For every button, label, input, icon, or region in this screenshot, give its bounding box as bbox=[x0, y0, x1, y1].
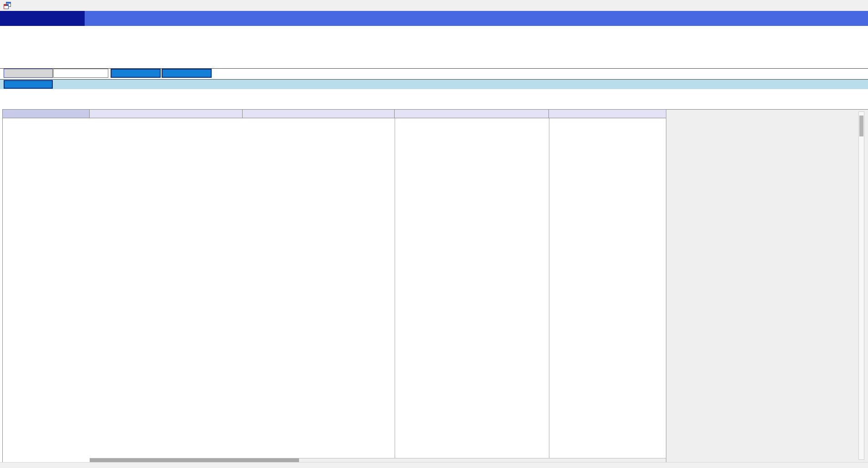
maximize-button[interactable] bbox=[826, 0, 847, 11]
dispatch-grid bbox=[2, 109, 666, 462]
dispatch-date-input[interactable] bbox=[53, 69, 108, 78]
horizontal-scrollbar-thumb[interactable] bbox=[90, 458, 299, 462]
column-separator bbox=[549, 118, 549, 461]
grid-header-extra bbox=[549, 110, 666, 118]
function-key-bar bbox=[0, 26, 868, 68]
horizontal-scrollbar[interactable] bbox=[90, 458, 666, 462]
grid-header-col3 bbox=[395, 110, 549, 118]
settings-bar bbox=[0, 79, 868, 89]
status-bar bbox=[0, 462, 868, 468]
prev-day-button[interactable] bbox=[111, 69, 161, 78]
vertical-scrollbar[interactable] bbox=[858, 111, 864, 460]
title-bar bbox=[0, 0, 868, 11]
grid-header-col1 bbox=[90, 110, 243, 118]
vertical-scrollbar-thumb[interactable] bbox=[859, 116, 863, 136]
dispatch-date-label bbox=[4, 69, 53, 78]
minimize-button[interactable] bbox=[802, 0, 823, 11]
right-empty-panel bbox=[666, 109, 868, 462]
app-header bbox=[0, 11, 868, 26]
settings-button[interactable] bbox=[4, 80, 53, 89]
next-day-button[interactable] bbox=[162, 69, 212, 78]
column-separator bbox=[395, 118, 395, 461]
grid-header-corner bbox=[3, 110, 90, 118]
close-button[interactable] bbox=[850, 0, 868, 11]
grid-header-col2 bbox=[243, 110, 395, 118]
back-to-menu-button[interactable] bbox=[0, 11, 85, 26]
day-tab-strip bbox=[0, 89, 868, 109]
app-window bbox=[0, 0, 868, 468]
app-icon bbox=[4, 2, 11, 9]
